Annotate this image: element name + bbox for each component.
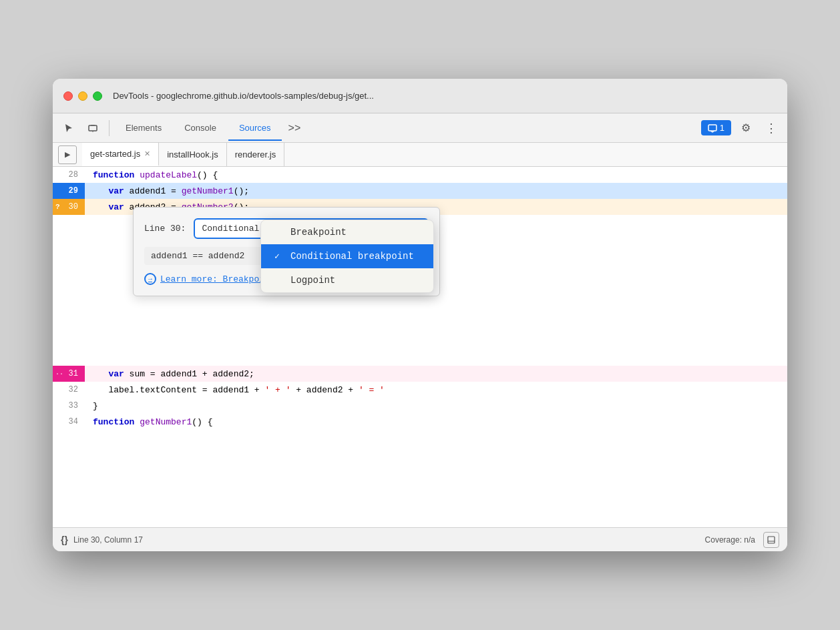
code-content-31: var sum = addend1 + addend2; bbox=[85, 369, 254, 379]
close-button[interactable] bbox=[63, 91, 73, 101]
line-number-30: ? 30 bbox=[53, 199, 85, 215]
more-tabs-button[interactable]: >> bbox=[283, 119, 306, 137]
file-tabs-bar: ▶ get-started.js ✕ installHook.js render… bbox=[53, 143, 787, 167]
menu-item-breakpoint-label: Breakpoint bbox=[290, 227, 347, 238]
status-bar: {} Line 30, Column 17 Coverage: n/a bbox=[53, 527, 787, 551]
status-bar-right: Coverage: n/a bbox=[705, 532, 779, 548]
window-title: DevTools - googlechrome.github.io/devtoo… bbox=[113, 91, 374, 101]
breakpoint-type-dropdown[interactable]: Conditional breakpoint ▼ Breakpoint ✓ Co… bbox=[194, 218, 429, 239]
device-toggle-icon[interactable] bbox=[82, 117, 103, 139]
title-bar: DevTools - googlechrome.github.io/devtoo… bbox=[53, 79, 787, 113]
traffic-lights bbox=[63, 91, 102, 101]
breakpoint-type-menu: Breakpoint ✓ Conditional breakpoint Logp… bbox=[260, 220, 434, 293]
code-content-32: label.textContent = addend1 + ' + ' + ad… bbox=[85, 385, 385, 395]
file-tab-label: renderer.js bbox=[235, 149, 276, 160]
file-tab-get-started[interactable]: get-started.js ✕ bbox=[82, 143, 159, 166]
code-content-28: function updateLabel() { bbox=[85, 170, 218, 180]
menu-check-breakpoint bbox=[274, 228, 285, 238]
dialog-label: Line 30: bbox=[144, 224, 186, 234]
code-editor: 28 function updateLabel() { 29 var adden… bbox=[53, 167, 787, 527]
line-number-31: ·· 31 bbox=[53, 366, 85, 382]
line-number-33: 33 bbox=[53, 398, 85, 414]
menu-check-conditional: ✓ bbox=[274, 251, 285, 262]
conditional-breakpoint-icon: ? bbox=[55, 203, 60, 211]
code-content-34: function getNumber1() { bbox=[85, 417, 212, 427]
tab-console[interactable]: Console bbox=[174, 119, 227, 137]
code-line-33: 33 } bbox=[53, 398, 787, 414]
file-tab-label: installHook.js bbox=[167, 149, 218, 160]
menu-item-logpoint[interactable]: Logpoint bbox=[261, 268, 433, 292]
separator bbox=[109, 120, 110, 136]
tab-sources[interactable]: Sources bbox=[228, 119, 282, 137]
logpoint-icon: ·· bbox=[55, 370, 63, 378]
panel-toggle-icon[interactable]: ▶ bbox=[58, 145, 77, 164]
breakpoint-dialog: Line 30: Conditional breakpoint ▼ Breakp… bbox=[133, 207, 440, 296]
close-tab-icon[interactable]: ✕ bbox=[144, 149, 150, 158]
svg-rect-0 bbox=[89, 125, 97, 131]
svg-rect-1 bbox=[91, 125, 95, 125]
svg-rect-3 bbox=[708, 125, 716, 131]
menu-item-conditional[interactable]: ✓ Conditional breakpoint bbox=[261, 244, 433, 268]
svg-rect-4 bbox=[768, 537, 775, 543]
minimize-button[interactable] bbox=[78, 91, 87, 101]
code-line-32: 32 label.textContent = addend1 + ' + ' +… bbox=[53, 382, 787, 398]
devtools-window: DevTools - googlechrome.github.io/devtoo… bbox=[53, 79, 787, 551]
toolbar-right: 1 ⚙ ⋮ bbox=[701, 117, 782, 139]
dialog-type-row: Line 30: Conditional breakpoint ▼ Breakp… bbox=[144, 218, 429, 239]
menu-item-breakpoint[interactable]: Breakpoint bbox=[261, 220, 433, 244]
notification-badge[interactable]: 1 bbox=[701, 120, 731, 135]
tab-elements[interactable]: Elements bbox=[115, 119, 172, 137]
format-icon[interactable]: {} bbox=[61, 535, 68, 545]
code-content-29: var addend1 = getNumber1(); bbox=[85, 186, 249, 196]
main-tabs: Elements Console Sources >> bbox=[115, 119, 698, 137]
line-number-32: 32 bbox=[53, 382, 85, 398]
code-line-29: 29 var addend1 = getNumber1(); bbox=[53, 183, 787, 199]
line-number-34: 34 bbox=[53, 414, 85, 430]
code-line-31: ·· 31 var sum = addend1 + addend2; bbox=[53, 366, 787, 382]
cursor-position: Line 30, Column 17 bbox=[73, 535, 143, 545]
svg-point-2 bbox=[92, 131, 93, 132]
code-line-28: 28 function updateLabel() { bbox=[53, 167, 787, 183]
line-number-28: 28 bbox=[53, 167, 85, 183]
menu-check-logpoint bbox=[274, 276, 285, 286]
code-content-33: } bbox=[85, 401, 98, 411]
settings-button[interactable]: ⚙ bbox=[735, 117, 757, 139]
console-drawer-toggle[interactable] bbox=[763, 532, 779, 548]
file-tab-label: get-started.js bbox=[90, 149, 140, 159]
circle-arrow-icon: → bbox=[144, 273, 156, 285]
more-options-button[interactable]: ⋮ bbox=[761, 117, 782, 139]
menu-item-conditional-label: Conditional breakpoint bbox=[290, 251, 414, 262]
menu-item-logpoint-label: Logpoint bbox=[290, 275, 335, 286]
cursor-icon[interactable] bbox=[58, 117, 79, 139]
line-number-29: 29 bbox=[53, 183, 85, 199]
file-tab-install-hook[interactable]: installHook.js bbox=[159, 143, 227, 166]
notification-count: 1 bbox=[720, 123, 724, 133]
code-line-34: 34 function getNumber1() { bbox=[53, 414, 787, 430]
maximize-button[interactable] bbox=[93, 91, 102, 101]
file-tab-renderer[interactable]: renderer.js bbox=[227, 143, 284, 166]
devtools-toolbar: Elements Console Sources >> 1 ⚙ ⋮ bbox=[53, 113, 787, 143]
coverage-status: Coverage: n/a bbox=[705, 535, 755, 545]
